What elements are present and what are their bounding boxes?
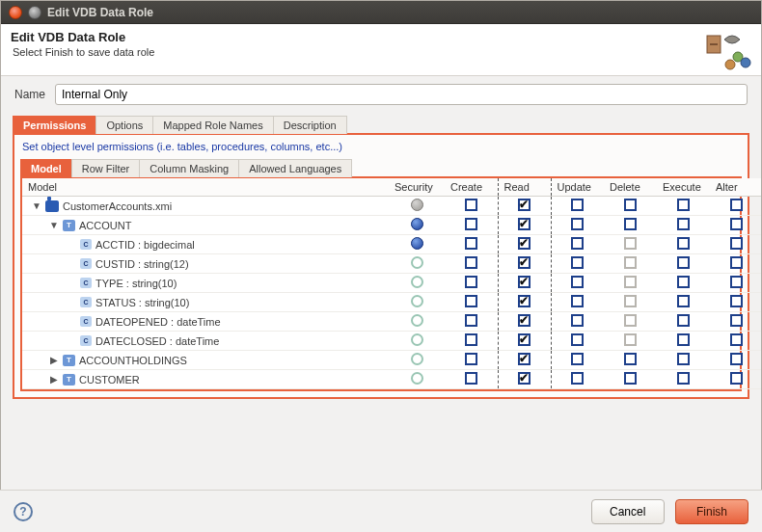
permission-checkbox[interactable] [518,295,531,307]
permission-checkbox[interactable] [624,256,637,269]
table-row[interactable]: ▶TACCOUNTHOLDINGS [22,351,762,370]
permission-checkbox[interactable] [518,314,531,327]
permission-checkbox[interactable] [624,199,637,211]
permission-checkbox[interactable] [518,276,531,288]
outer-tab-permissions[interactable]: Permissions [13,116,96,134]
permission-checkbox[interactable] [730,237,743,250]
permission-checkbox[interactable] [518,218,531,230]
svg-point-3 [741,58,750,67]
permission-checkbox[interactable] [730,333,743,346]
permission-checkbox[interactable] [730,314,743,327]
permission-checkbox[interactable] [571,295,584,307]
security-indicator-icon[interactable] [411,333,423,346]
tree-expander-icon[interactable]: ▼ [49,220,59,230]
permission-checkbox[interactable] [571,333,584,346]
permission-checkbox[interactable] [571,199,584,211]
tree-expander-icon[interactable]: ▶ [49,374,59,385]
tree-expander-icon[interactable]: ▼ [32,200,41,211]
permission-checkbox[interactable] [677,372,690,385]
permission-checkbox[interactable] [730,276,743,288]
permission-checkbox[interactable] [730,218,743,230]
outer-tab-options[interactable]: Options [95,116,153,134]
col-icon: C [80,258,92,269]
permission-checkbox[interactable] [465,237,477,250]
permission-checkbox[interactable] [571,218,584,230]
permission-checkbox[interactable] [518,353,531,365]
table-row[interactable]: CDATECLOSED : dateTime [22,332,762,351]
security-indicator-icon[interactable] [411,199,423,211]
permission-checkbox[interactable] [624,295,637,307]
finish-button[interactable]: Finish [675,499,748,524]
outer-tab-mapped-role-names[interactable]: Mapped Role Names [152,116,273,134]
permission-checkbox[interactable] [465,295,477,307]
security-indicator-icon[interactable] [411,314,423,327]
table-row[interactable]: ▼TACCOUNT [22,216,762,235]
name-input[interactable] [55,84,748,105]
permission-checkbox[interactable] [624,218,637,230]
cancel-button[interactable]: Cancel [591,499,665,524]
permission-checkbox[interactable] [571,372,584,385]
permission-checkbox[interactable] [677,295,690,307]
table-row[interactable]: ▼CustomerAccounts.xmi [22,197,762,216]
table-row[interactable]: CTYPE : string(10) [22,274,762,293]
security-indicator-icon[interactable] [411,353,423,365]
permission-checkbox[interactable] [571,314,584,327]
permission-checkbox[interactable] [677,333,690,346]
permission-checkbox[interactable] [465,199,477,211]
help-icon[interactable]: ? [14,502,33,521]
table-row[interactable]: CDATEOPENED : dateTime [22,312,762,332]
permission-checkbox[interactable] [465,218,477,230]
permission-checkbox[interactable] [465,353,477,365]
table-row[interactable]: ▶TCUSTOMER [22,370,762,389]
permission-checkbox[interactable] [677,237,690,250]
tree-expander-icon[interactable]: ▶ [49,355,59,365]
permission-checkbox[interactable] [677,199,690,211]
outer-tab-description[interactable]: Description [273,116,347,134]
permission-checkbox[interactable] [465,276,477,288]
window-close-icon[interactable] [9,6,22,19]
permission-checkbox[interactable] [730,295,743,307]
security-indicator-icon[interactable] [411,237,423,250]
table-row[interactable]: CCUSTID : string(12) [22,254,762,274]
permission-checkbox[interactable] [677,314,690,327]
permission-checkbox[interactable] [677,276,690,288]
permission-checkbox[interactable] [624,372,637,385]
permission-checkbox[interactable] [677,218,690,230]
permission-checkbox[interactable] [730,256,743,269]
permission-checkbox[interactable] [624,333,637,346]
permission-checkbox[interactable] [518,372,531,385]
table-row[interactable]: CACCTID : bigdecimal [22,235,762,254]
inner-tab-model[interactable]: Model [20,159,72,177]
permission-checkbox[interactable] [624,353,637,365]
permission-checkbox[interactable] [571,353,584,365]
security-indicator-icon[interactable] [411,218,423,230]
inner-tab-row-filter[interactable]: Row Filter [71,159,141,177]
inner-tab-column-masking[interactable]: Column Masking [139,159,239,177]
permission-checkbox[interactable] [465,372,477,385]
permission-checkbox[interactable] [465,314,477,327]
permission-checkbox[interactable] [624,276,637,288]
permission-checkbox[interactable] [571,276,584,288]
permission-checkbox[interactable] [730,199,743,211]
permission-checkbox[interactable] [465,333,477,346]
permission-checkbox[interactable] [624,314,637,327]
permission-checkbox[interactable] [677,256,690,269]
security-indicator-icon[interactable] [411,372,423,385]
security-indicator-icon[interactable] [411,276,423,288]
permission-checkbox[interactable] [677,353,690,365]
security-indicator-icon[interactable] [411,256,423,269]
permission-checkbox[interactable] [518,237,531,250]
security-indicator-icon[interactable] [411,295,423,307]
inner-tab-allowed-languages[interactable]: Allowed Languages [238,159,352,177]
window-minimize-icon[interactable] [28,6,41,19]
permission-checkbox[interactable] [571,256,584,269]
permission-checkbox[interactable] [571,237,584,250]
permission-checkbox[interactable] [624,237,637,250]
permission-checkbox[interactable] [518,199,531,211]
table-row[interactable]: CSTATUS : string(10) [22,293,762,312]
permission-checkbox[interactable] [730,353,743,365]
permission-checkbox[interactable] [465,256,477,269]
permission-checkbox[interactable] [730,372,743,385]
permission-checkbox[interactable] [518,333,531,346]
permission-checkbox[interactable] [518,256,531,269]
